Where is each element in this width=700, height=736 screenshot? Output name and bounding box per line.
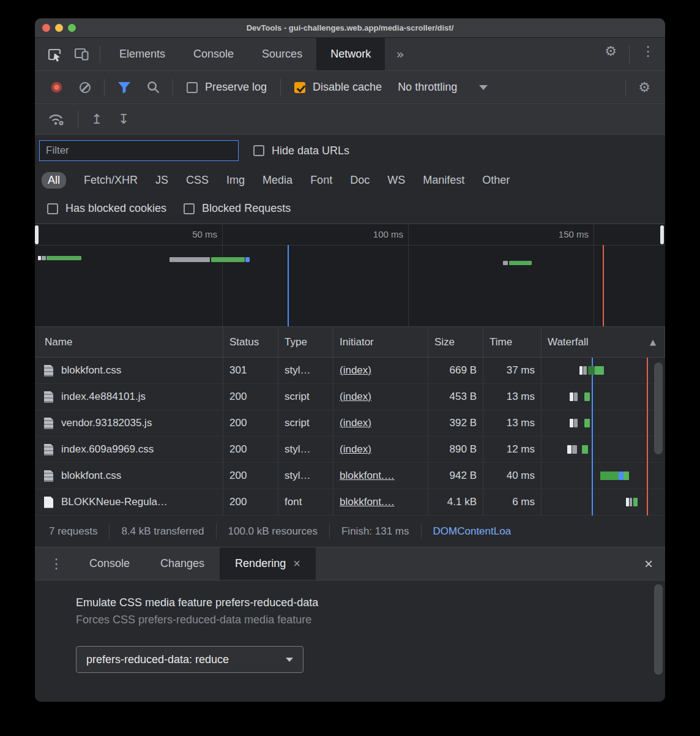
traffic-lights [42,24,76,32]
column-header-status[interactable]: Status [223,327,278,357]
zoom-window-button[interactable] [68,24,76,32]
drawer-tabbar: ⋮ Console Changes Rendering × × [35,547,665,580]
stylesheet-file-icon [44,444,53,456]
throttling-dropdown[interactable]: No throttling [398,81,488,94]
clear-network-log-icon[interactable] [80,82,91,93]
cell-initiator: (index) [333,384,428,410]
cell-size: 453 B [428,384,483,410]
column-header-name[interactable]: Name [35,327,223,357]
drawer-tab-rendering[interactable]: Rendering × [220,547,316,580]
cell-time: 37 ms [483,358,542,383]
disable-cache-checkbox[interactable]: Disable cache [294,81,382,94]
tab-sources[interactable]: Sources [248,38,316,70]
blocked-requests-checkbox[interactable]: Blocked Requests [184,202,291,215]
window-titlebar: DevTools - gui-challenges.web.app/media-… [35,18,665,38]
record-network-log-icon[interactable] [51,82,62,92]
column-header-size[interactable]: Size [428,327,483,357]
network-toolbar-secondary: ↥ ↧ [35,104,665,135]
checkbox-box [184,203,195,214]
filter-chip-ws[interactable]: WS [387,174,405,187]
cell-name: blokkfont.css [35,358,223,383]
initiator-link[interactable]: (index) [340,443,371,456]
filter-chip-css[interactable]: CSS [186,174,209,187]
network-conditions-icon[interactable] [47,112,65,127]
cell-name: BLOKKNeue-Regula… [35,489,223,515]
device-toolbar-icon[interactable] [68,42,95,67]
hide-data-urls-checkbox[interactable]: Hide data URLs [253,145,349,157]
cell-initiator: blokkfont.… [333,489,428,515]
rendering-option-title: Emulate CSS media feature prefers-reduce… [76,596,610,609]
divider [280,79,281,96]
table-scrollbar-thumb[interactable] [654,362,663,454]
tab-console[interactable]: Console [179,38,248,70]
request-row[interactable]: index.609a9969.css 200 styl… (index) 890… [35,437,665,463]
drawer-menu-icon[interactable]: ⋮ [35,547,74,580]
initiator-link[interactable]: (index) [340,391,371,403]
minimize-window-button[interactable] [55,24,63,32]
checkbox-box [253,145,264,156]
filter-chip-other[interactable]: Other [482,174,510,187]
column-header-time[interactable]: Time [483,327,542,357]
close-window-button[interactable] [42,24,50,32]
search-icon[interactable] [146,80,160,94]
filter-chip-fetch-xhr[interactable]: Fetch/XHR [84,174,138,187]
filter-toggle-icon[interactable] [117,81,132,94]
network-settings-icon[interactable]: ⚙ [631,75,658,100]
rendering-panel: Emulate CSS media feature prefers-reduce… [35,580,665,702]
cell-size: 669 B [428,358,483,383]
cell-name: blokkfont.css [35,463,223,489]
column-header-type[interactable]: Type [278,327,333,357]
initiator-link[interactable]: blokkfont.… [340,470,395,482]
request-row[interactable]: vendor.93182035.js 200 script (index) 39… [35,410,665,437]
filter-chip-js[interactable]: JS [155,174,168,187]
filter-chip-font[interactable]: Font [310,174,332,187]
filter-chip-media[interactable]: Media [262,174,292,187]
initiator-link[interactable]: (index) [340,417,371,429]
request-row[interactable]: index.4e884101.js 200 script (index) 453… [35,384,665,410]
filter-chip-doc[interactable]: Doc [350,174,370,187]
cell-initiator: (index) [333,358,428,383]
cell-size: 4.1 kB [428,489,483,515]
preserve-log-checkbox[interactable]: Preserve log [187,81,267,94]
more-tabs-icon[interactable]: » [385,38,415,70]
tab-network[interactable]: Network [316,38,385,70]
tab-elements[interactable]: Elements [105,38,179,70]
cell-status: 200 [223,463,278,489]
summary-finish: Finish: 131 ms [330,524,422,539]
cell-name: index.4e884101.js [35,384,223,410]
drawer-tab-console[interactable]: Console [74,547,145,580]
overview-right-handle[interactable] [660,225,664,244]
close-drawer-icon[interactable]: × [632,547,665,580]
cell-initiator: (index) [333,410,428,436]
drawer-tab-changes[interactable]: Changes [145,547,220,580]
column-header-initiator[interactable]: Initiator [333,327,428,357]
divider [625,79,626,96]
cell-time: 13 ms [483,410,542,436]
filter-chip-img[interactable]: Img [226,174,245,187]
cell-type: script [278,384,333,410]
filter-input[interactable] [39,140,239,161]
import-har-icon[interactable]: ↥ [83,107,110,132]
has-blocked-cookies-checkbox[interactable]: Has blocked cookies [47,202,166,215]
column-header-waterfall[interactable]: Waterfall ▲ [542,327,665,357]
network-overview[interactable]: 50 ms100 ms150 ms [35,224,665,327]
overview-left-handle[interactable] [35,225,39,244]
blocked-filters-row: Has blocked cookies Blocked Requests [35,193,665,224]
drawer-scrollbar-thumb[interactable] [654,584,663,675]
request-row[interactable]: blokkfont.css 301 styl… (index) 669 B 37… [35,358,665,384]
settings-icon[interactable]: ⚙ [597,38,624,64]
export-har-icon[interactable]: ↧ [110,107,137,132]
request-row[interactable]: blokkfont.css 200 styl… blokkfont.… 942 … [35,463,665,489]
initiator-link[interactable]: blokkfont.… [340,496,395,508]
initiator-link[interactable]: (index) [340,364,371,377]
filter-chip-manifest[interactable]: Manifest [423,174,464,187]
main-menu-icon[interactable]: ⋮ [635,38,661,64]
overview-canvas: 50 ms100 ms150 ms [35,224,665,326]
resource-type-filters: All Fetch/XHR JS CSS Img Media Font Doc … [35,167,665,193]
inspect-element-icon[interactable] [41,42,68,67]
close-tab-icon[interactable]: × [293,557,300,571]
filter-chip-all[interactable]: All [42,172,66,189]
chevron-down-icon [479,85,488,90]
request-row[interactable]: BLOKKNeue-Regula… 200 font blokkfont.… 4… [35,489,665,516]
prefers-reduced-data-select[interactable]: prefers-reduced-data: reduce [76,646,303,673]
